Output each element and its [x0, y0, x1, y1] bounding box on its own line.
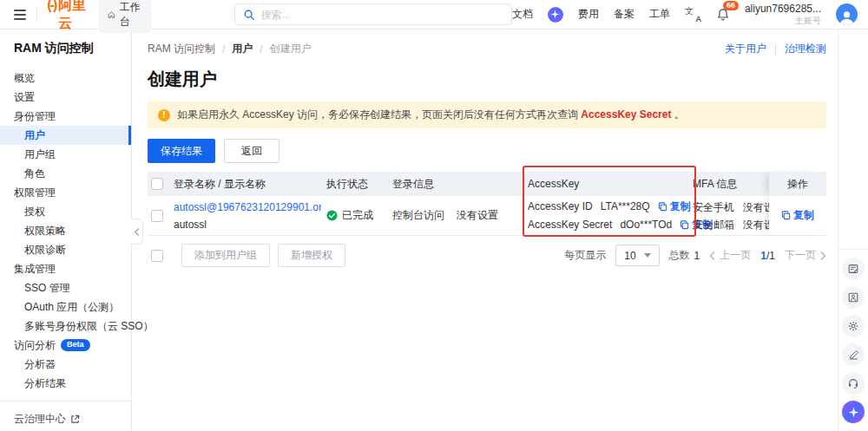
header-action: 操作 [769, 172, 826, 196]
sidebar-item-settings[interactable]: 设置 [0, 88, 131, 107]
sidebar-item-identity-management[interactable]: 身份管理 [0, 107, 131, 126]
pencil-icon [848, 349, 859, 361]
add-to-group-button[interactable]: 添加到用户组 [181, 244, 270, 267]
sidebar-item-access-analysis[interactable]: 访问分析Beta [0, 336, 131, 355]
save-results-button[interactable]: 保存结果 [148, 139, 215, 163]
sidebar-item-label: OAuth 应用（公测） [24, 297, 119, 317]
sidebar-item-label: SSO 管理 [24, 278, 70, 297]
breadcrumb: RAM 访问控制 / 用户 / 创建用户 关于用户 治理检测 [148, 42, 826, 56]
settings-button[interactable] [842, 315, 865, 337]
ak-id-value: LTA***28Q [601, 198, 650, 216]
sidebar-item-label: 多账号身份权限（云 SSO） [24, 317, 154, 336]
user-login-name-link[interactable]: autossl@1967623120129901.onaliyun... [174, 199, 321, 216]
total-label: 总数 [669, 248, 690, 263]
account-menu[interactable]: aliyun7696285... 主账号 [745, 3, 821, 27]
warning-text: 如果启用永久 AccessKey 访问，务必保存创建结果，页面关闭后没有任何方式… [177, 108, 685, 122]
global-search[interactable] [234, 3, 512, 25]
sidebar-item-analyzer[interactable]: 分析器 [0, 355, 131, 374]
chevron-right-icon [820, 251, 826, 260]
sidebar-item-sso-management[interactable]: SSO 管理 [0, 278, 131, 297]
copy-icon [781, 211, 791, 220]
workbench-button[interactable]: 工作台 [99, 0, 151, 33]
sidebar-item-policies[interactable]: 权限策略 [0, 221, 131, 240]
mfa-phone-label: 安全手机 [693, 199, 734, 216]
beian-link[interactable]: 备案 [614, 7, 635, 22]
contact-button[interactable] [842, 286, 865, 309]
support-button[interactable] [842, 372, 865, 395]
topbar-right-nav: 文档 费用 备案 工单 文 A 66 aliyun7696285... 主账号 [512, 3, 858, 27]
sidebar-item-label: 角色 [24, 164, 45, 183]
governance-check-link[interactable]: 治理检测 [785, 42, 826, 56]
total-value: 1 [694, 250, 700, 262]
sidebar-governance-link[interactable]: 云治理中心 [0, 402, 131, 431]
avatar[interactable] [836, 3, 858, 25]
sidebar-item-label: 设置 [14, 88, 35, 107]
beta-badge: Beta [61, 339, 90, 351]
sidebar-title: RAM 访问控制 [0, 41, 131, 56]
sidebar-item-user-groups[interactable]: 用户组 [0, 145, 131, 164]
sidebar-nav: 概览设置身份管理用户用户组角色权限管理授权权限策略权限诊断集成管理SSO 管理O… [0, 69, 131, 393]
header-links-divider [775, 44, 776, 55]
accesskey-cell: AccessKey ID LTA***28Q 复制 AccessKey Secr… [528, 198, 693, 234]
ai-assistant-icon[interactable] [548, 7, 563, 23]
sidebar-item-label: 概览 [14, 69, 35, 88]
copy-icon [658, 202, 667, 212]
per-page-select[interactable]: 10 [615, 245, 659, 266]
sidebar-item-users[interactable]: 用户 [0, 126, 131, 145]
sidebar-item-label: 身份管理 [14, 107, 56, 126]
row-checkbox[interactable] [151, 210, 163, 222]
sidebar-item-label: 分析结果 [24, 374, 66, 393]
ai-assistant-button[interactable] [842, 401, 865, 423]
copy-row-button[interactable]: 复制 [781, 208, 814, 223]
sidebar-item-permission-diagnosis[interactable]: 权限诊断 [0, 240, 131, 259]
footer-select-all-checkbox[interactable] [151, 250, 163, 262]
workbench-label: 工作台 [120, 0, 142, 29]
sidebar-item-overview[interactable]: 概览 [0, 69, 131, 88]
prev-page-button[interactable]: 上一页 [709, 248, 751, 263]
home-icon [108, 10, 115, 20]
per-page-label: 每页显示 [564, 248, 606, 263]
ticket-link[interactable]: 工单 [649, 7, 670, 22]
search-icon [243, 9, 255, 21]
warning-icon: ! [158, 109, 170, 121]
docs-link[interactable]: 文档 [512, 7, 533, 22]
sidebar-item-cloud-sso[interactable]: 多账号身份权限（云 SSO） [0, 317, 131, 336]
per-page-value: 10 [624, 250, 635, 262]
status-badge: 已完成 [342, 208, 373, 223]
ak-id-label: AccessKey ID [528, 198, 593, 216]
hamburger-menu-icon[interactable] [14, 10, 26, 20]
sidebar-item-analysis-results[interactable]: 分析结果 [0, 374, 131, 393]
sidebar: RAM 访问控制 概览设置身份管理用户用户组角色权限管理授权权限策略权限诊断集成… [0, 29, 132, 431]
collapse-sidebar-handle[interactable] [131, 219, 143, 245]
sidebar-item-roles[interactable]: 角色 [0, 164, 131, 183]
breadcrumb-separator: / [260, 43, 262, 56]
table-row: autossl@1967623120129901.onaliyun... aut… [148, 196, 826, 236]
breadcrumb-users[interactable]: 用户 [232, 42, 253, 56]
breadcrumb-ram[interactable]: RAM 访问控制 [148, 42, 215, 56]
billing-link[interactable]: 费用 [578, 7, 599, 22]
select-all-checkbox[interactable] [151, 178, 163, 190]
feedback-edit-button[interactable] [842, 343, 865, 366]
back-button[interactable]: 返回 [224, 139, 279, 163]
about-users-link[interactable]: 关于用户 [725, 42, 766, 56]
external-link-icon [70, 415, 80, 424]
topbar-divider [36, 8, 37, 22]
page-indicator: 1/1 [760, 250, 775, 262]
next-page-button[interactable]: 下一页 [785, 248, 826, 263]
aliyun-logo[interactable]: (-) 阿里云 [47, 0, 87, 33]
warning-banner: ! 如果启用永久 AccessKey 访问，务必保存创建结果，页面关闭后没有任何… [148, 101, 826, 128]
sidebar-item-integration-management[interactable]: 集成管理 [0, 259, 131, 278]
sidebar-item-grants[interactable]: 授权 [0, 202, 131, 221]
search-input[interactable] [261, 9, 503, 21]
notifications-button[interactable]: 66 [716, 8, 730, 22]
sidebar-item-oauth-apps[interactable]: OAuth 应用（公测） [0, 297, 131, 317]
chevron-down-icon [644, 253, 651, 258]
copy-ak-id-button[interactable]: 复制 [658, 198, 691, 216]
feedback-survey-button[interactable] [842, 258, 865, 280]
sidebar-item-permission-management[interactable]: 权限管理 [0, 183, 131, 202]
add-auth-button[interactable]: 新增授权 [278, 244, 345, 267]
copy-icon [680, 220, 689, 230]
language-switch-icon[interactable]: 文 A [685, 7, 701, 22]
users-table: 登录名称 / 显示名称 执行状态 登录信息 AccessKey MFA 信息 操… [148, 172, 826, 236]
sidebar-footer-label: 云治理中心 [14, 412, 66, 427]
